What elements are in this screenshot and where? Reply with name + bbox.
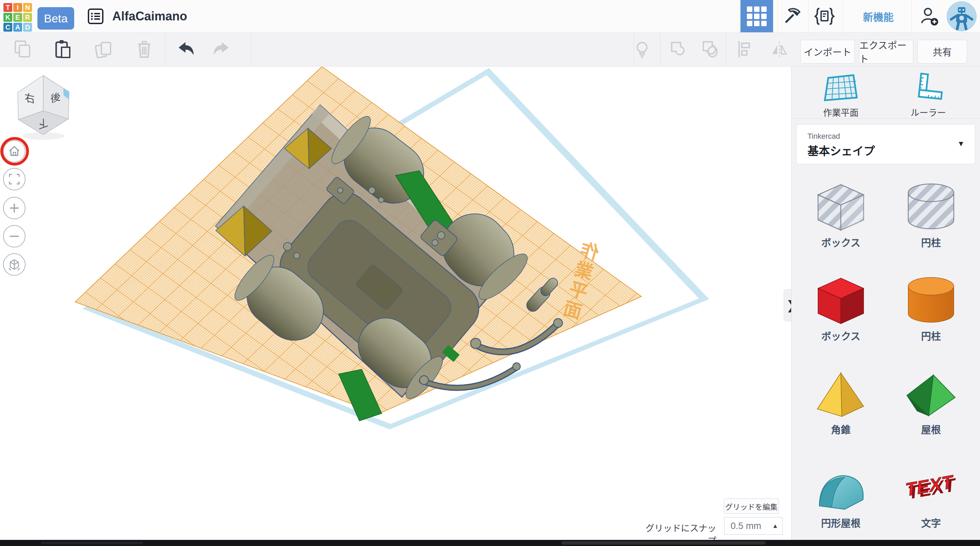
toolbar: インポート エクスポート 共有 [0,32,980,67]
view-cube[interactable]: 右 後 下 [18,76,69,140]
shape-library-dropdown[interactable]: Tinkercad 基本シェイプ ▼ [796,124,975,164]
lightbulb-icon [632,39,652,59]
library-brand: Tinkercad [808,132,840,141]
add-user-icon [919,6,940,27]
duplicate-button[interactable] [93,39,114,59]
fit-view-button[interactable] [3,168,25,190]
toolbar-divider [726,33,726,65]
header-divider [843,0,843,32]
delete-button[interactable] [134,39,154,59]
duplicate-icon [93,39,114,59]
toolbar-divider [660,33,660,65]
logo-tile: K [3,13,12,22]
ruler-tool-icon [910,72,947,103]
taskbar-blur [562,541,765,544]
model-pivot [554,319,563,327]
user-avatar[interactable] [947,2,977,31]
3d-viewport[interactable]: 作業平面 [0,66,791,540]
workplane-tool-label: 作業平面 [823,106,859,118]
group-button[interactable] [668,39,688,59]
logo-tile: E [13,13,22,22]
ungroup-icon [700,39,721,59]
zoom-in-button[interactable] [3,197,25,219]
caret-up-icon: ▲ [772,522,778,530]
redo-button[interactable] [211,39,231,59]
ruler-tool[interactable]: ルーラー [891,72,966,118]
tinkercad-logo[interactable]: TIN KER CAD [3,3,33,32]
grid-icon [747,6,767,26]
ungroup-button[interactable] [700,39,721,59]
shape-item-hole-cylinder[interactable]: 円柱 [892,182,970,249]
panel-divider [791,118,980,119]
share-button[interactable]: 共有 [917,40,967,63]
home-icon [8,145,21,158]
orange-cylinder-icon [902,275,960,326]
header-divider [778,0,778,32]
paste-button[interactable] [52,39,73,59]
codeblocks-button[interactable] [814,6,835,27]
mirror-button[interactable] [769,39,789,59]
shape-label: ボックス [821,329,860,343]
shape-label: 円柱 [921,235,941,249]
zoom-out-button[interactable] [3,225,25,248]
workplane-tool[interactable]: 作業平面 [803,72,878,118]
library-selected: 基本シェイプ [808,142,875,159]
shape-label: 角錐 [831,422,851,436]
shape-item-roof[interactable]: 屋根 [892,369,970,436]
logo-tile: T [3,3,12,12]
home-view-button[interactable] [3,140,25,162]
shape-item-hole-box[interactable]: ボックス [802,182,880,249]
logo-tile: I [13,3,22,12]
fit-view-icon [8,173,21,186]
round-roof-icon [812,462,870,513]
perspective-cube-icon [8,258,21,271]
logo-tile: D [23,23,32,32]
shape-item-cylinder[interactable]: 円柱 [892,275,970,343]
tinkercad-app: TIN KER CAD Beta AlfaCaimano [0,0,980,546]
robot-avatar-icon [947,2,976,31]
perspective-toggle-button[interactable] [3,253,25,276]
export-button[interactable]: エクスポート [859,40,913,63]
ruler-tool-label: ルーラー [911,106,946,118]
shape-item-round-roof[interactable]: 円形屋根 [802,462,880,530]
undo-button[interactable] [176,39,196,59]
header-divider [911,0,912,32]
beta-badge[interactable]: Beta [37,7,74,30]
red-box-icon [812,275,870,326]
snap-grid-select[interactable]: 0.5 mm ▲ [724,517,783,535]
shape-item-pyramid[interactable]: 角錐 [802,369,880,436]
blocks-pickaxe-button[interactable] [781,6,802,27]
caret-down-icon: ▼ [957,140,965,148]
edit-grid-button[interactable]: グリッドを編集 [724,498,779,514]
show-all-button[interactable] [632,39,652,59]
minus-icon [8,230,21,243]
text-shape-icon: TEXT TEXT [902,462,960,513]
hole-box-icon [812,182,870,233]
logo-tile: N [23,3,32,12]
logo-tile: C [3,23,12,32]
model-pivot [471,338,481,349]
design-title[interactable]: AlfaCaimano [112,9,187,24]
dashboard-grid-button[interactable] [740,0,773,32]
header: TIN KER CAD Beta AlfaCaimano [0,0,980,33]
invite-user-button[interactable] [919,6,940,27]
logo-tile: A [13,23,22,32]
group-icon [668,39,688,59]
new-features-link[interactable]: 新機能 [853,0,904,32]
design-properties-icon[interactable] [87,8,104,26]
redo-icon [211,39,231,59]
toolbar-divider [251,33,251,65]
model-pivot [513,363,520,370]
trash-icon [134,39,154,59]
copy-button[interactable] [13,39,33,59]
shape-item-box[interactable]: ボックス [802,275,880,343]
import-button[interactable]: インポート [800,40,855,63]
roof-icon [902,369,960,420]
logo-tile: R [23,13,32,22]
shape-item-text[interactable]: TEXT TEXT 文字 [892,462,970,530]
taskbar-strip [0,540,980,546]
model-pivot [420,376,428,384]
hole-cylinder-icon [902,182,960,233]
align-button[interactable] [734,39,755,59]
model-screw [283,243,292,251]
